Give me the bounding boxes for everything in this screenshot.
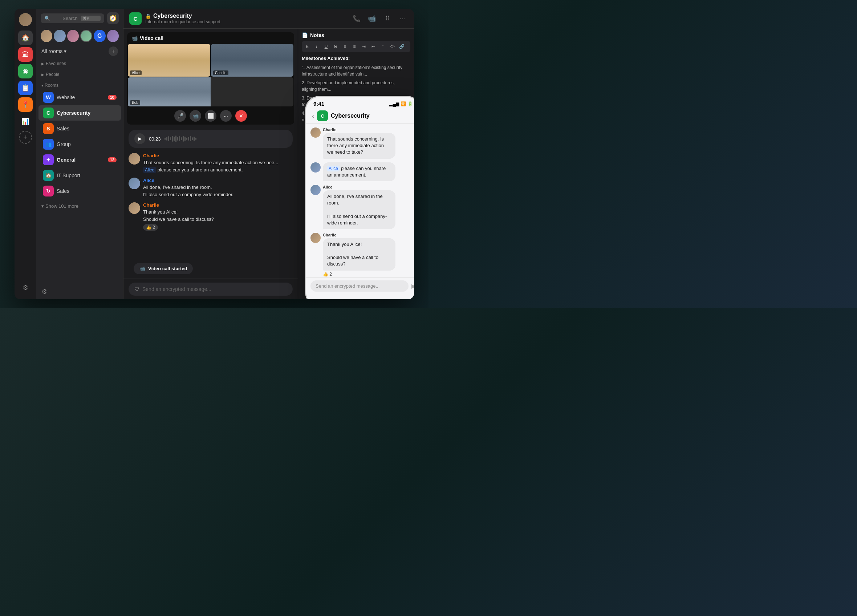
mobile-input-box[interactable]: Send an encrypted message... (311, 280, 408, 292)
recent-avatar-3[interactable] (67, 30, 79, 42)
charlie-message-2-text: Thank you Alice! Should we have a call t… (143, 209, 214, 223)
add-workspace-button[interactable]: + (19, 131, 32, 144)
message-row-charlie-1: Charlie That sounds concerning. Is there… (128, 153, 293, 173)
indent-button-1[interactable]: ⇥ (360, 42, 368, 51)
more-options-button[interactable]: ··· (396, 13, 408, 24)
mobile-input-area: Send an encrypted message... ▶ (306, 277, 414, 294)
strikethrough-button[interactable]: S (331, 42, 340, 51)
video-controls: 🎤 📹 ⬜ ··· ✕ (127, 107, 294, 125)
mobile-charlie-author-2: Charlie (323, 233, 396, 237)
nav-bank[interactable]: 🏛 (18, 47, 32, 62)
video-participant-label-alice: Alice (130, 70, 142, 75)
all-rooms-button[interactable]: All rooms ▾ (42, 48, 67, 54)
mobile-alice-bubble-mention: Alice please can you share an announceme… (323, 163, 396, 181)
room-avatar-it-support: 🏠 (43, 170, 54, 181)
mobile-time: 9:41 (313, 101, 324, 107)
code-button[interactable]: <> (388, 42, 396, 51)
link-button[interactable]: 🔗 (398, 42, 405, 51)
bold-button[interactable]: B (303, 42, 311, 51)
rooms-section-header[interactable]: ▾ Rooms (36, 81, 123, 89)
video-call-label: Video call (140, 35, 163, 41)
charlie-avatar-2 (128, 202, 140, 214)
end-call-button[interactable]: ✕ (235, 110, 247, 122)
list-button-2[interactable]: ≡ (350, 42, 359, 51)
phone-button[interactable]: 📞 (351, 13, 362, 24)
room-header-avatar: C (129, 12, 142, 25)
underline-button[interactable]: U (322, 42, 330, 51)
reaction-badge[interactable]: 👍 2 (143, 224, 158, 231)
video-tile-charlie: Charlie (211, 44, 294, 77)
quote-button[interactable]: " (379, 42, 387, 51)
italic-button[interactable]: I (312, 42, 321, 51)
recent-avatar-1[interactable] (41, 30, 52, 42)
mobile-send-button[interactable]: ▶ (411, 283, 414, 289)
nav-location[interactable]: 📍 (18, 98, 32, 112)
recent-avatar-6[interactable] (107, 30, 119, 42)
show-more-button[interactable]: ▾ Show 101 more (36, 201, 123, 212)
indent-button-2[interactable]: ⇤ (369, 42, 377, 51)
mobile-alice-mention-tag: Alice (327, 166, 340, 172)
lock-icon: 🔒 (145, 14, 151, 19)
nav-home[interactable]: 🏠 (18, 31, 32, 45)
mobile-overlay: 9:41 ▂▄▆ 🛜 🔋 ‹ C Cybersecurity Charlie T… (305, 96, 414, 299)
settings-nav-icon[interactable]: ⚙ (18, 280, 32, 295)
play-button[interactable]: ▶ (135, 133, 145, 144)
room-item-general[interactable]: ✦ General 12 (39, 152, 121, 167)
search-box[interactable]: 🔍 Search ⌘K (41, 14, 104, 23)
notes-toolbar: B I U S ≡ ≡ ⇥ ⇤ " <> 🔗 (302, 41, 410, 52)
compass-button[interactable]: 🧭 (107, 12, 119, 24)
header-actions: 📞 📹 ⠿ ··· (351, 13, 408, 24)
settings-icon[interactable]: ⚙ (42, 288, 47, 295)
room-item-sales2[interactable]: ↻ Sales (39, 183, 121, 199)
room-item-group[interactable]: 👥 Group (39, 136, 121, 152)
show-more-label: Show 101 more (45, 203, 79, 209)
room-name-website: Website (57, 94, 105, 100)
mobile-room-name: Cybersecurity (331, 113, 370, 119)
chat-input-box[interactable]: 🛡 Send an encrypted message... (128, 283, 293, 296)
mic-button[interactable]: 🎤 (174, 110, 186, 122)
video-icon: 📹 (131, 35, 138, 41)
people-header[interactable]: ▶ People (36, 70, 123, 79)
room-name-sales2: Sales (57, 188, 116, 194)
recent-avatar-4[interactable] (80, 30, 92, 42)
recent-avatar-2[interactable] (54, 30, 65, 42)
recent-avatar-5[interactable]: G (94, 30, 105, 42)
mobile-input-placeholder: Send an encrypted message... (316, 283, 379, 289)
room-item-cybersecurity[interactable]: C Cybersecurity (39, 105, 121, 121)
all-rooms-header: All rooms ▾ + (36, 44, 123, 58)
search-icon: 🔍 (44, 15, 60, 21)
nav-pulse[interactable]: ◉ (18, 64, 32, 79)
mobile-reaction[interactable]: 👍 2 (323, 272, 396, 277)
user-avatar[interactable] (19, 13, 32, 26)
mobile-charlie-text-2: Thank you Alice!Should we have a call to… (327, 241, 391, 268)
alice-author-1: Alice (143, 178, 234, 183)
room-item-sales[interactable]: S Sales (39, 121, 121, 136)
grid-button[interactable]: ⠿ (381, 13, 393, 24)
video-button[interactable]: 📹 (366, 13, 377, 24)
people-section: ▶ People (36, 69, 123, 80)
mobile-msg-charlie-2: Charlie Thank you Alice!Should we have a… (311, 233, 414, 277)
all-rooms-label: All rooms (42, 48, 62, 54)
recent-avatars: G (36, 28, 123, 44)
mobile-back-button[interactable]: ‹ (312, 112, 314, 120)
sidebar: 🔍 Search ⌘K 🧭 G All rooms ▾ + ▶ Favo (36, 9, 124, 299)
room-title-text: Cybersecurity (153, 13, 192, 19)
nav-chart[interactable]: 📊 (18, 114, 32, 128)
nav-calendar[interactable]: 📋 (18, 80, 32, 95)
favourites-header[interactable]: ▶ Favourites (36, 60, 123, 68)
room-item-website[interactable]: W Website 10 (39, 90, 121, 105)
more-controls-button[interactable]: ··· (220, 110, 232, 122)
chevron-right-icon-people: ▶ (42, 73, 44, 77)
chevron-right-icon: ▶ (42, 62, 44, 66)
list-button-1[interactable]: ≡ (341, 42, 349, 51)
sidebar-footer: ⚙ (36, 284, 123, 299)
cam-button[interactable]: 📹 (190, 110, 201, 122)
shield-icon: 🛡 (135, 286, 139, 292)
mobile-alice-bubble-1: All done, I've shared in the room.I'll a… (323, 190, 396, 229)
add-room-button[interactable]: + (108, 46, 118, 56)
room-item-it-support[interactable]: 🏠 IT Support (39, 168, 121, 183)
mobile-msg-alice-1: Alice All done, I've shared in the room.… (311, 185, 414, 229)
screen-share-button[interactable]: ⬜ (205, 110, 217, 122)
video-started-area: 📹 Video call started (124, 260, 298, 279)
video-participant-label-bob: Bob (130, 100, 140, 105)
